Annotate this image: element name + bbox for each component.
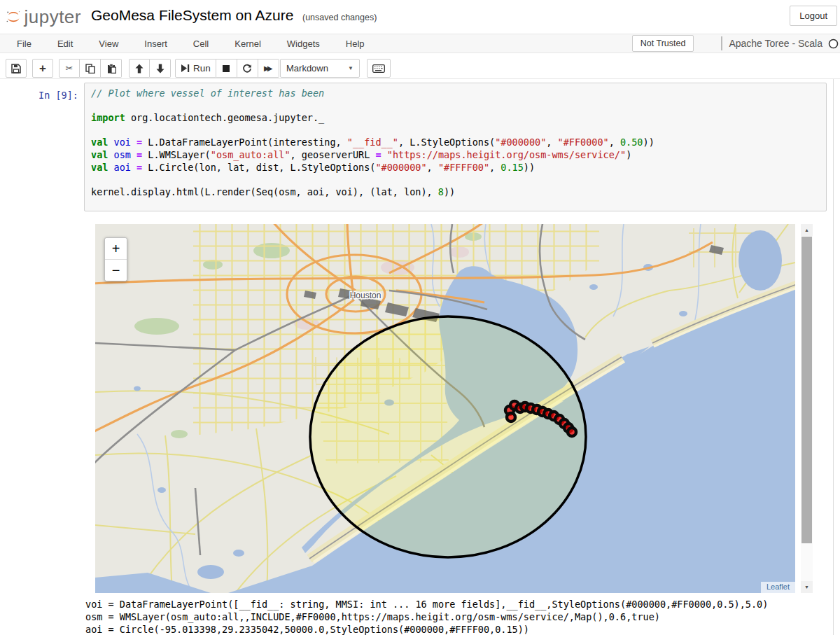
cut-button[interactable]: ✂ <box>59 59 80 78</box>
notebook-title[interactable]: GeoMesa FileSystem on Azure <box>91 7 293 24</box>
stop-button[interactable] <box>216 59 237 78</box>
run-label: Run <box>193 63 211 74</box>
houston-label: Houston <box>350 291 382 300</box>
menubar: File Edit View Insert Cell Kernel Widget… <box>0 34 840 53</box>
scrollbar-down-icon[interactable]: ▼ <box>801 581 813 593</box>
paste-button[interactable] <box>101 59 122 78</box>
vessel-point[interactable] <box>507 413 515 421</box>
restart-kernel-button[interactable] <box>237 59 258 78</box>
code-lines: // Plot where vessel of interest has bee… <box>91 88 820 198</box>
fast-forward-icon: ▶▶ <box>264 64 272 72</box>
cell-type-dropdown[interactable]: Markdown ▼ <box>280 59 360 78</box>
jupyter-planet-icon <box>6 3 21 31</box>
logout-button[interactable]: Logout <box>790 6 837 26</box>
cell-type-value: Markdown <box>286 63 328 74</box>
menu-kernel[interactable]: Kernel <box>234 39 261 49</box>
vessel-point[interactable] <box>568 428 576 436</box>
code-editor[interactable]: // Plot where vessel of interest has bee… <box>84 83 827 211</box>
move-cell-up-button[interactable] <box>129 59 150 78</box>
leaflet-map[interactable]: Houston + − Leaflet <box>95 224 795 593</box>
toolbar: + ✂ Run <box>0 54 840 79</box>
not-trusted-button[interactable]: Not Trusted <box>632 35 694 52</box>
menu-cell[interactable]: Cell <box>193 39 209 49</box>
add-cell-button[interactable]: + <box>32 59 53 78</box>
zoom-in-button[interactable]: + <box>105 238 127 260</box>
save-icon <box>11 64 21 74</box>
menu-edit[interactable]: Edit <box>57 39 73 49</box>
map-canvas: Houston <box>95 224 795 593</box>
run-icon <box>181 64 190 73</box>
jupyter-logo-text: jupyter <box>24 6 81 28</box>
cut-icon: ✂ <box>66 63 74 74</box>
output-scrollbar[interactable]: ▲ ▼ <box>801 224 813 593</box>
map-zoom-control: + − <box>104 237 127 281</box>
scrollbar-up-icon[interactable]: ▲ <box>801 224 813 236</box>
move-up-icon <box>134 64 144 74</box>
aoi-circle[interactable] <box>310 316 586 557</box>
chevron-down-icon: ▼ <box>348 65 354 71</box>
restart-icon <box>242 64 252 74</box>
command-palette-button[interactable] <box>367 59 391 78</box>
kernel-name: Apache Toree - Scala <box>729 38 822 49</box>
menu-file[interactable]: File <box>17 39 31 49</box>
stop-icon <box>222 64 230 73</box>
copy-icon <box>85 64 95 74</box>
menu-widgets[interactable]: Widgets <box>287 39 320 49</box>
menu-view[interactable]: View <box>99 39 118 49</box>
input-prompt: In [9]: <box>0 90 78 101</box>
restart-run-all-button[interactable]: ▶▶ <box>258 59 279 78</box>
keyboard-icon <box>372 64 385 73</box>
header: jupyter GeoMesa FileSystem on Azure (uns… <box>0 0 840 34</box>
result-text-output: voi = DataFrameLayerPoint([__fid__: stri… <box>85 598 840 635</box>
kernel-idle-icon <box>828 39 839 49</box>
menu-insert[interactable]: Insert <box>144 39 167 49</box>
autosave-status: (unsaved changes) <box>302 13 377 22</box>
leaflet-attribution[interactable]: Leaflet <box>761 582 795 593</box>
copy-button[interactable] <box>80 59 101 78</box>
save-button[interactable] <box>6 59 27 78</box>
scrollbar-thumb[interactable] <box>802 237 812 543</box>
move-cell-down-button[interactable] <box>150 59 171 78</box>
move-down-icon <box>155 64 165 74</box>
kernel-divider <box>721 36 722 50</box>
zoom-out-button[interactable]: − <box>105 260 127 281</box>
jupyter-logo[interactable]: jupyter <box>6 3 81 31</box>
menu-help[interactable]: Help <box>346 39 365 49</box>
paste-icon <box>106 64 116 74</box>
notebook-right-border <box>833 79 834 635</box>
run-button[interactable]: Run <box>175 59 216 78</box>
